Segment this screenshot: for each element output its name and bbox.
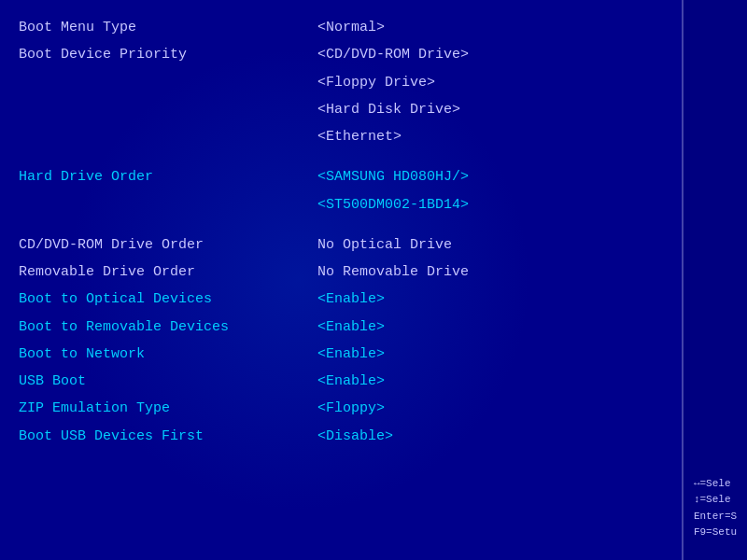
bios-label: Boot to Optical Devices	[19, 288, 317, 310]
bios-value: <CD/DVD-ROM Drive>	[317, 44, 469, 65]
bios-row[interactable]: <Floppy Drive>	[19, 72, 663, 93]
bios-label: Boot Device Priority	[19, 44, 317, 65]
sidebar: ↔=Sele↕=SeleEnter=SF9=Setu	[682, 0, 747, 560]
bios-value: <Normal>	[317, 17, 385, 38]
bios-label: Removable Drive Order	[19, 261, 317, 283]
sidebar-help: ↔=Sele↕=SeleEnter=SF9=Setu	[694, 476, 737, 541]
bios-label: Hard Drive Order	[19, 166, 317, 188]
bios-value: <ST500DM002-1BD14>	[317, 194, 469, 216]
bios-row[interactable]: Hard Drive Order<SAMSUNG HD080HJ/>	[19, 166, 663, 188]
sidebar-line: Enter=S	[694, 509, 737, 525]
bios-value: <Floppy Drive>	[317, 72, 435, 93]
bios-row[interactable]: Boot to Optical Devices<Enable>	[19, 288, 663, 310]
bios-label: Boot USB Devices First	[19, 426, 317, 447]
bios-row[interactable]: <ST500DM002-1BD14>	[19, 194, 663, 216]
bios-screen: Boot Menu Type<Normal>Boot Device Priori…	[0, 0, 747, 560]
bios-row[interactable]: CD/DVD-ROM Drive OrderNo Optical Drive	[19, 234, 663, 256]
bios-value: <Ethernet>	[317, 126, 402, 147]
bios-label: USB Boot	[19, 371, 317, 392]
bios-label: Boot Menu Type	[19, 17, 317, 38]
sidebar-line: F9=Setu	[694, 525, 737, 541]
bios-value: <Hard Disk Drive>	[317, 99, 460, 120]
bios-row[interactable]: Boot Device Priority<CD/DVD-ROM Drive>	[19, 44, 663, 65]
bios-value: <Enable>	[317, 343, 385, 365]
bios-label: Boot to Removable Devices	[19, 316, 317, 338]
bios-value: No Optical Drive	[317, 234, 452, 256]
bios-value: <Enable>	[317, 288, 385, 310]
bios-label: ZIP Emulation Type	[19, 398, 317, 419]
bios-label: Boot to Network	[19, 343, 317, 365]
bios-label: CD/DVD-ROM Drive Order	[19, 234, 317, 256]
sidebar-line: ↔=Sele	[694, 476, 737, 493]
sidebar-line: ↕=Sele	[694, 492, 737, 509]
bios-row[interactable]: Boot USB Devices First<Disable>	[19, 426, 663, 447]
bios-value: <Disable>	[317, 426, 393, 447]
bios-row[interactable]: <Hard Disk Drive>	[19, 99, 663, 120]
bios-row[interactable]: Boot Menu Type<Normal>	[19, 17, 663, 38]
bios-row[interactable]: ZIP Emulation Type<Floppy>	[19, 398, 663, 419]
bios-value: <Floppy>	[317, 398, 385, 419]
bios-row[interactable]: Boot to Network<Enable>	[19, 343, 663, 365]
main-content: Boot Menu Type<Normal>Boot Device Priori…	[0, 0, 682, 560]
bios-row[interactable]: USB Boot<Enable>	[19, 371, 663, 392]
bios-value: <SAMSUNG HD080HJ/>	[317, 166, 469, 188]
bios-value: <Enable>	[317, 316, 385, 338]
bios-row[interactable]: <Ethernet>	[19, 126, 663, 147]
bios-row[interactable]: Boot to Removable Devices<Enable>	[19, 316, 663, 338]
bios-value: <Enable>	[317, 371, 385, 392]
bios-row[interactable]: Removable Drive OrderNo Removable Drive	[19, 261, 663, 283]
bios-value: No Removable Drive	[317, 261, 469, 283]
